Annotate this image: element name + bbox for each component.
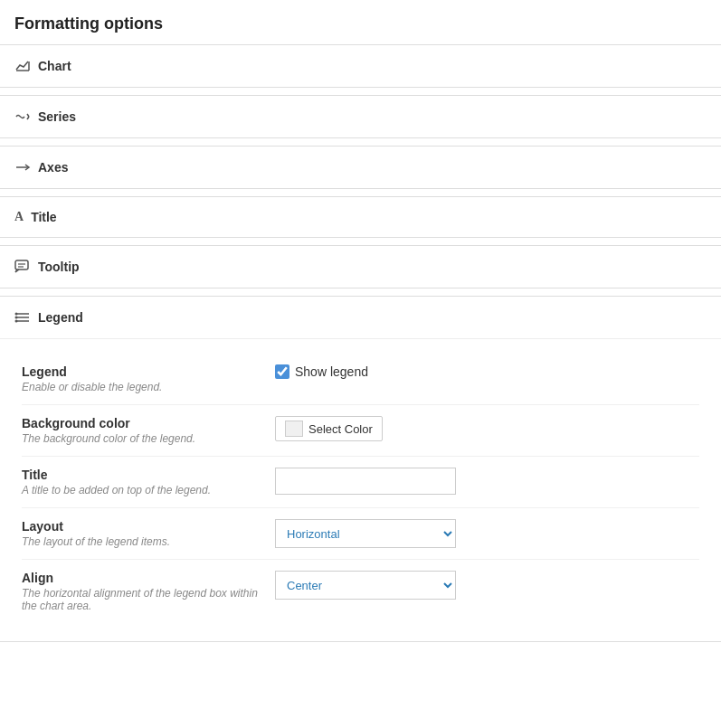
page-container: Formatting options Chart S xyxy=(0,0,721,642)
legend-content: Legend Enable or disable the legend. Sho… xyxy=(0,338,721,641)
section-axes: Axes xyxy=(0,146,721,189)
form-row-layout: Layout The layout of the legend items. H… xyxy=(22,508,699,560)
series-label: Series xyxy=(38,109,76,124)
background-color-label: Background color xyxy=(22,416,261,430)
form-row-title: Title A title to be added on top of the … xyxy=(22,457,699,508)
accordion-header-tooltip[interactable]: Tooltip xyxy=(0,246,721,288)
svg-rect-5 xyxy=(15,260,28,269)
background-color-description: The background color of the legend. xyxy=(22,432,261,445)
align-description: The horizontal alignment of the legend b… xyxy=(22,587,261,612)
select-color-label: Select Color xyxy=(308,422,373,436)
page-title: Formatting options xyxy=(0,0,721,44)
layout-select[interactable]: Horizontal Vertical xyxy=(275,519,456,548)
title-field-label: Title xyxy=(22,468,261,482)
align-select[interactable]: Left Center Right xyxy=(275,571,456,600)
axes-label: Axes xyxy=(38,160,68,175)
chart-icon xyxy=(14,58,31,74)
accordion-header-chart[interactable]: Chart xyxy=(0,45,721,87)
chart-label: Chart xyxy=(38,59,71,73)
legend-icon xyxy=(14,309,31,326)
title-label: Title xyxy=(31,210,57,224)
title-field-description: A title to be added on top of the legend… xyxy=(22,484,261,496)
svg-point-13 xyxy=(15,320,18,323)
accordion-header-series[interactable]: Series xyxy=(0,96,721,137)
tooltip-icon xyxy=(14,259,31,275)
form-row-background-color: Background color The background color of… xyxy=(22,405,699,457)
section-legend: Legend Legend Enable or disable the lege… xyxy=(0,296,721,642)
show-legend-checkbox[interactable] xyxy=(275,364,289,379)
align-label: Align xyxy=(22,571,261,585)
tooltip-label: Tooltip xyxy=(38,260,80,274)
show-legend-description: Enable or disable the legend. xyxy=(22,381,261,393)
accordion-header-title[interactable]: A Title xyxy=(0,197,721,237)
section-tooltip: Tooltip xyxy=(0,245,721,288)
layout-label: Layout xyxy=(22,519,261,534)
show-legend-label: Legend xyxy=(22,364,261,379)
accordion-header-axes[interactable]: Axes xyxy=(0,147,721,188)
section-series: Series xyxy=(0,95,721,138)
svg-point-11 xyxy=(15,313,18,316)
color-swatch xyxy=(285,421,303,437)
show-legend-checkbox-label: Show legend xyxy=(295,364,368,379)
section-title: A Title xyxy=(0,196,721,238)
title-icon: A xyxy=(14,210,24,224)
svg-point-12 xyxy=(15,317,18,319)
axes-icon xyxy=(14,159,31,175)
show-legend-checkbox-wrapper[interactable]: Show legend xyxy=(275,364,368,379)
select-color-button[interactable]: Select Color xyxy=(275,416,383,441)
series-icon xyxy=(14,109,31,125)
svg-line-3 xyxy=(27,117,29,119)
svg-line-2 xyxy=(27,114,29,117)
legend-label: Legend xyxy=(38,310,83,325)
accordion-header-legend[interactable]: Legend xyxy=(0,297,721,338)
title-text-input[interactable] xyxy=(275,468,456,495)
section-chart: Chart xyxy=(0,44,721,88)
form-row-align: Align The horizontal alignment of the le… xyxy=(22,560,699,623)
layout-description: The layout of the legend items. xyxy=(22,535,261,548)
form-row-show-legend: Legend Enable or disable the legend. Sho… xyxy=(22,354,699,405)
